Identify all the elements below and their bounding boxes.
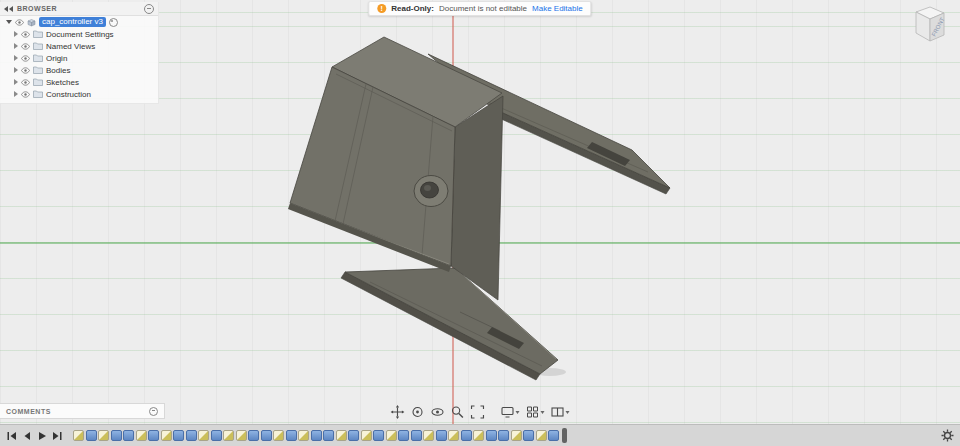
timeline-feature-solid-icon[interactable] [411, 430, 422, 441]
grid-settings-button[interactable] [525, 404, 546, 420]
timeline-bar [0, 424, 960, 446]
timeline-feature-solid-icon[interactable] [111, 430, 122, 441]
timeline-feature-sketch-icon[interactable] [423, 430, 434, 441]
browser-row-construction[interactable]: Construction [0, 88, 158, 100]
timeline-feature-solid-icon[interactable] [211, 430, 222, 441]
timeline-feature-solid-icon[interactable] [348, 430, 359, 441]
pan-icon [391, 405, 405, 419]
collapse-panel-icon[interactable] [4, 6, 13, 12]
timeline-feature-sketch-icon[interactable] [298, 430, 309, 441]
timeline-feature-sketch-icon[interactable] [273, 430, 284, 441]
skip-to-start-icon[interactable] [6, 430, 18, 442]
disclosure-closed-icon[interactable] [14, 55, 18, 61]
timeline-feature-sketch-icon[interactable] [448, 430, 459, 441]
timeline-feature-sketch-icon[interactable] [536, 430, 547, 441]
browser-item-label: Sketches [46, 78, 79, 87]
timeline-feature-solid-icon[interactable] [323, 430, 334, 441]
zoom-button[interactable] [450, 404, 466, 420]
look-at-icon [431, 405, 445, 419]
timeline-feature-solid-icon[interactable] [373, 430, 384, 441]
fit-button[interactable] [470, 404, 486, 420]
browser-row-origin[interactable]: Origin [0, 52, 158, 64]
display-settings-button[interactable] [500, 404, 521, 420]
folder-icon [33, 90, 43, 98]
timeline-feature-sketch-icon[interactable] [161, 430, 172, 441]
browser-header: BROWSER [0, 2, 158, 16]
timeline-feature-solid-icon[interactable] [498, 430, 509, 441]
folder-icon [33, 54, 43, 62]
pan-button[interactable] [390, 404, 406, 420]
fit-icon [471, 405, 485, 419]
disclosure-closed-icon[interactable] [14, 31, 18, 37]
timeline-feature-sketch-icon[interactable] [361, 430, 372, 441]
comments-title: COMMENTS [6, 408, 149, 415]
document-name[interactable]: cap_controller v3 [39, 17, 106, 27]
timeline-feature-sketch-icon[interactable] [473, 430, 484, 441]
timeline-feature-solid-icon[interactable] [286, 430, 297, 441]
timeline-feature-sketch-icon[interactable] [511, 430, 522, 441]
visibility-eye-icon[interactable] [15, 19, 24, 26]
timeline-feature-solid-icon[interactable] [248, 430, 259, 441]
timeline-feature-solid-icon[interactable] [311, 430, 322, 441]
timeline-feature-solid-icon[interactable] [173, 430, 184, 441]
timeline-feature-sketch-icon[interactable] [236, 430, 247, 441]
timeline-feature-solid-icon[interactable] [548, 430, 559, 441]
timeline-feature-solid-icon[interactable] [486, 430, 497, 441]
orbit-button[interactable] [410, 404, 426, 420]
browser-row-bodies[interactable]: Bodies [0, 64, 158, 76]
timeline-feature-sketch-icon[interactable] [73, 430, 84, 441]
visibility-eye-icon[interactable] [21, 67, 30, 74]
browser-item-label: Construction [46, 90, 91, 99]
step-back-icon[interactable] [21, 430, 33, 442]
browser-row-document[interactable]: cap_controller v3 [0, 16, 158, 28]
timeline-feature-sketch-icon[interactable] [223, 430, 234, 441]
grid-settings-icon [526, 405, 540, 419]
timeline-playback-controls [6, 430, 63, 442]
visibility-eye-icon[interactable] [21, 79, 30, 86]
orbit-icon [411, 405, 425, 419]
component-cube-icon [27, 18, 36, 27]
visibility-eye-icon[interactable] [21, 55, 30, 62]
timeline-feature-solid-icon[interactable] [148, 430, 159, 441]
timeline-feature-solid-icon[interactable] [398, 430, 409, 441]
disclosure-closed-icon[interactable] [14, 91, 18, 97]
viewports-button[interactable] [550, 404, 571, 420]
disclosure-closed-icon[interactable] [14, 79, 18, 85]
zoom-icon [451, 405, 465, 419]
timeline-feature-solid-icon[interactable] [186, 430, 197, 441]
visibility-eye-icon[interactable] [21, 31, 30, 38]
comments-panel[interactable]: COMMENTS [0, 403, 165, 419]
skip-to-end-icon[interactable] [51, 430, 63, 442]
timeline-feature-solid-icon[interactable] [436, 430, 447, 441]
timeline-feature-sketch-icon[interactable] [198, 430, 209, 441]
activate-component-icon[interactable] [109, 18, 118, 27]
timeline-feature-solid-icon[interactable] [86, 430, 97, 441]
timeline-feature-solid-icon[interactable] [261, 430, 272, 441]
timeline-feature-solid-icon[interactable] [123, 430, 134, 441]
disclosure-open-icon[interactable] [6, 20, 12, 24]
timeline-feature-sketch-icon[interactable] [336, 430, 347, 441]
browser-row-document-settings[interactable]: Document Settings [0, 28, 158, 40]
read-only-label: Read-Only: [391, 4, 434, 13]
timeline-feature-solid-icon[interactable] [523, 430, 534, 441]
folder-icon [33, 66, 43, 74]
make-editable-link[interactable]: Make Editable [532, 4, 583, 13]
disclosure-closed-icon[interactable] [14, 43, 18, 49]
browser-options-icon[interactable] [144, 4, 154, 14]
timeline-position-marker[interactable] [562, 428, 567, 443]
browser-row-named-views[interactable]: Named Views [0, 40, 158, 52]
timeline-feature-sketch-icon[interactable] [386, 430, 397, 441]
disclosure-closed-icon[interactable] [14, 67, 18, 73]
browser-row-sketches[interactable]: Sketches [0, 76, 158, 88]
timeline-feature-sketch-icon[interactable] [136, 430, 147, 441]
visibility-eye-icon[interactable] [21, 43, 30, 50]
timeline-settings-gear[interactable] [941, 429, 954, 442]
timeline-feature-solid-icon[interactable] [461, 430, 472, 441]
visibility-eye-icon[interactable] [21, 91, 30, 98]
viewcube[interactable]: FRONT [908, 3, 952, 49]
display-settings-icon [501, 405, 515, 419]
look-at-button[interactable] [430, 404, 446, 420]
play-icon[interactable] [36, 430, 48, 442]
timeline-feature-sketch-icon[interactable] [98, 430, 109, 441]
comments-options-icon[interactable] [149, 407, 158, 416]
